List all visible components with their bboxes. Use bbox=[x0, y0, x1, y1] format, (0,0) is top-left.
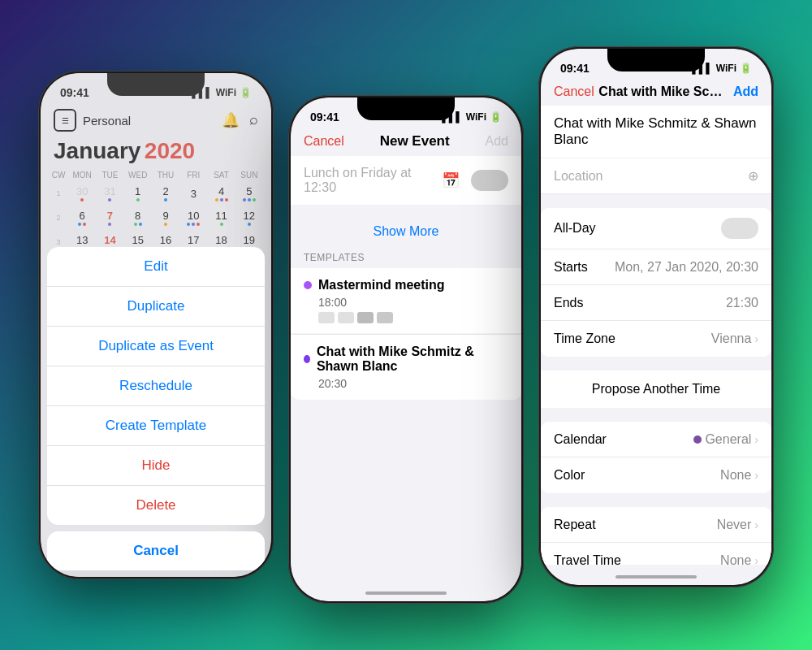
detail-color-row[interactable]: Color None › bbox=[541, 457, 771, 493]
color-value: None › bbox=[720, 468, 758, 483]
battery-icon-m: 🔋 bbox=[490, 111, 502, 123]
travel-value: None › bbox=[720, 553, 758, 566]
middle-phone: 09:41 ▌▌▌ WiFi 🔋 Cancel New Event Add Lu… bbox=[288, 95, 524, 604]
template-card-2[interactable]: Chat with Mike Schmitz & Shawn Blanc 20:… bbox=[291, 335, 521, 400]
ends-value: 21:30 bbox=[726, 296, 758, 310]
color-label: Color bbox=[554, 468, 585, 483]
action-edit[interactable]: Edit bbox=[47, 247, 265, 287]
action-hide[interactable]: Hide bbox=[47, 446, 265, 486]
template-title-row-2: Chat with Mike Schmitz & Shawn Blanc bbox=[304, 344, 508, 374]
new-event-cancel[interactable]: Cancel bbox=[304, 134, 344, 149]
calendar-value: General › bbox=[693, 432, 758, 447]
detail-timezone-row[interactable]: Time Zone Vienna › bbox=[541, 321, 771, 357]
detail-group-calendar: Calendar General › Color None › bbox=[541, 422, 771, 493]
action-delete[interactable]: Delete bbox=[47, 486, 265, 525]
event-detail-screen: 09:41 ▌▌▌ WiFi 🔋 Cancel Chat with Mike S… bbox=[541, 49, 771, 585]
templates-section: TEMPLATES Mastermind meeting 18:00 bbox=[291, 252, 521, 400]
new-event-screen: 09:41 ▌▌▌ WiFi 🔋 Cancel New Event Add Lu… bbox=[291, 98, 521, 601]
chevron-icon: › bbox=[754, 554, 758, 566]
home-indicator-middle bbox=[365, 592, 447, 595]
action-cancel[interactable]: Cancel bbox=[47, 531, 265, 570]
new-event-nav: Cancel New Event Add bbox=[291, 130, 521, 156]
template-dot-1 bbox=[304, 281, 312, 289]
event-input-placeholder[interactable]: Lunch on Friday at 12:30 bbox=[304, 166, 442, 195]
detail-group-time: All-Day Starts Mon, 27 Jan 2020, 20:30 E… bbox=[541, 208, 771, 357]
section-gap-3 bbox=[541, 409, 771, 422]
detail-sections: Chat with Mike Schmitz & Shawn Blanc Loc… bbox=[541, 106, 771, 565]
travel-label: Travel Time bbox=[554, 553, 621, 566]
detail-add[interactable]: Add bbox=[733, 84, 758, 99]
chevron-icon: › bbox=[754, 518, 758, 531]
action-reschedule[interactable]: Reschedule bbox=[47, 366, 265, 406]
action-duplicate[interactable]: Duplicate bbox=[47, 287, 265, 327]
right-phone: 09:41 ▌▌▌ WiFi 🔋 Cancel Chat with Mike S… bbox=[538, 46, 774, 587]
scene: 09:41 ▌▌▌ WiFi 🔋 ☰ Personal 🔔 ⌕ bbox=[0, 0, 812, 650]
home-indicator-right bbox=[615, 575, 697, 578]
allday-label: All-Day bbox=[554, 221, 596, 236]
detail-travel-row[interactable]: Travel Time None › bbox=[541, 543, 771, 565]
calendar-icon: 📅 bbox=[442, 171, 460, 189]
template-icon-box bbox=[318, 312, 335, 323]
allday-toggle[interactable] bbox=[721, 218, 758, 239]
detail-cancel[interactable]: Cancel bbox=[554, 84, 594, 99]
location-pin-icon: ⊕ bbox=[748, 168, 758, 184]
starts-value: Mon, 27 Jan 2020, 20:30 bbox=[615, 260, 758, 275]
notch-right bbox=[607, 49, 705, 72]
detail-starts-row[interactable]: Starts Mon, 27 Jan 2020, 20:30 bbox=[541, 249, 771, 285]
template-title-2: Chat with Mike Schmitz & Shawn Blanc bbox=[317, 344, 508, 374]
timezone-label: Time Zone bbox=[554, 332, 615, 346]
event-input-row: Lunch on Friday at 12:30 📅 bbox=[291, 156, 521, 205]
action-duplicate-as-event[interactable]: Duplicate as Event bbox=[47, 327, 265, 366]
wifi-icon-r: WiFi bbox=[716, 63, 736, 74]
starts-label: Starts bbox=[554, 260, 588, 275]
repeat-label: Repeat bbox=[554, 518, 596, 532]
template-time-2: 20:30 bbox=[318, 377, 508, 390]
detail-nav-title: Chat with Mike Schmitz & S... bbox=[598, 84, 728, 99]
detail-calendar-row[interactable]: Calendar General › bbox=[541, 422, 771, 457]
section-gap-4 bbox=[541, 494, 771, 507]
timezone-value: Vienna › bbox=[711, 332, 758, 346]
new-event-add[interactable]: Add bbox=[486, 134, 508, 149]
calendar-color-dot bbox=[693, 436, 702, 444]
detail-ends-row[interactable]: Ends 21:30 bbox=[541, 285, 771, 321]
left-phone: 09:41 ▌▌▌ WiFi 🔋 ☰ Personal 🔔 ⌕ bbox=[38, 71, 274, 579]
template-icon-box bbox=[357, 312, 374, 323]
wifi-icon-m: WiFi bbox=[466, 111, 486, 123]
template-icon-box bbox=[377, 312, 393, 323]
detail-repeat-row[interactable]: Repeat Never › bbox=[541, 507, 771, 543]
template-card-1[interactable]: Mastermind meeting 18:00 bbox=[291, 268, 521, 333]
detail-allday-row[interactable]: All-Day bbox=[541, 208, 771, 249]
detail-nav: Cancel Chat with Mike Schmitz & S... Add bbox=[541, 81, 771, 106]
action-create-template[interactable]: Create Template bbox=[47, 406, 265, 446]
time-middle: 09:41 bbox=[310, 110, 339, 124]
template-title-row-1: Mastermind meeting bbox=[304, 278, 508, 292]
propose-btn[interactable]: Propose Another Time bbox=[541, 370, 771, 408]
chevron-icon: › bbox=[754, 332, 758, 345]
show-more-link[interactable]: Show More bbox=[291, 218, 521, 252]
event-input-controls: 📅 bbox=[442, 170, 508, 191]
detail-location-row[interactable]: Location ⊕ bbox=[541, 158, 771, 194]
battery-icon-r: 🔋 bbox=[740, 63, 752, 74]
location-placeholder: Location bbox=[554, 169, 603, 184]
calendar-label: Calendar bbox=[554, 432, 607, 447]
ends-label: Ends bbox=[554, 296, 583, 310]
template-title-1: Mastermind meeting bbox=[318, 278, 445, 292]
section-gap-1 bbox=[541, 195, 771, 208]
template-time-1: 18:00 bbox=[318, 296, 508, 309]
new-event-title: New Event bbox=[380, 133, 450, 150]
event-toggle[interactable] bbox=[471, 170, 508, 191]
detail-event-name[interactable]: Chat with Mike Schmitz & Shawn Blanc bbox=[541, 106, 771, 158]
notch-middle bbox=[357, 98, 455, 120]
template-icons-1 bbox=[318, 312, 508, 323]
chevron-icon: › bbox=[754, 433, 758, 446]
time-right: 09:41 bbox=[560, 62, 590, 75]
action-sheet: Edit Duplicate Duplicate as Event Resche… bbox=[47, 247, 265, 525]
action-sheet-overlay: Edit Duplicate Duplicate as Event Resche… bbox=[41, 73, 271, 577]
calendar-screen: 09:41 ▌▌▌ WiFi 🔋 ☰ Personal 🔔 ⌕ bbox=[41, 73, 271, 577]
section-gap-2 bbox=[541, 358, 771, 370]
template-icon-box bbox=[338, 312, 354, 323]
repeat-value: Never › bbox=[717, 518, 758, 532]
detail-group-repeat: Repeat Never › Travel Time None › bbox=[541, 507, 771, 565]
chevron-icon: › bbox=[754, 469, 758, 482]
templates-label: TEMPLATES bbox=[291, 252, 521, 268]
